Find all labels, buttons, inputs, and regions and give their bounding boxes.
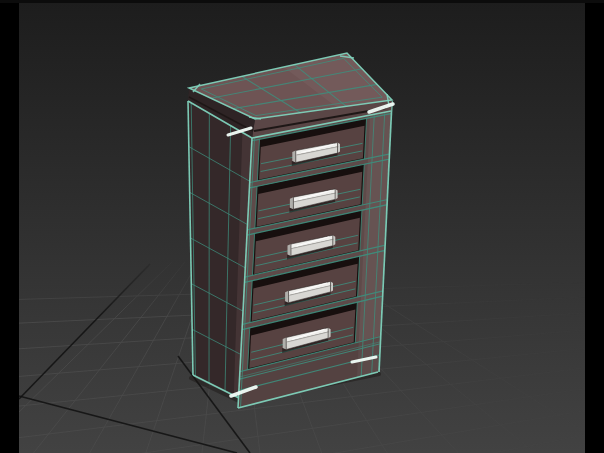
chest-front-face	[238, 101, 392, 408]
viewport-window	[0, 0, 604, 453]
handle-end-cap-right	[333, 235, 336, 246]
letterbox-left	[0, 0, 19, 453]
handle-end-cap-right	[331, 281, 334, 292]
handle-end-cap-left	[292, 151, 296, 163]
letterbox-top	[0, 0, 604, 3]
handle-end-cap-right	[338, 143, 341, 154]
viewport-3d[interactable]	[0, 0, 604, 453]
handle-end-cap-left	[283, 338, 287, 350]
handle-end-cap-right	[335, 189, 338, 200]
handle-end-cap-right	[328, 328, 331, 339]
handle-end-cap-left	[285, 291, 289, 303]
handle-end-cap-left	[290, 197, 294, 209]
chest-of-drawers[interactable]	[188, 53, 393, 408]
handle-end-cap-left	[288, 244, 292, 256]
letterbox-right	[585, 0, 604, 453]
